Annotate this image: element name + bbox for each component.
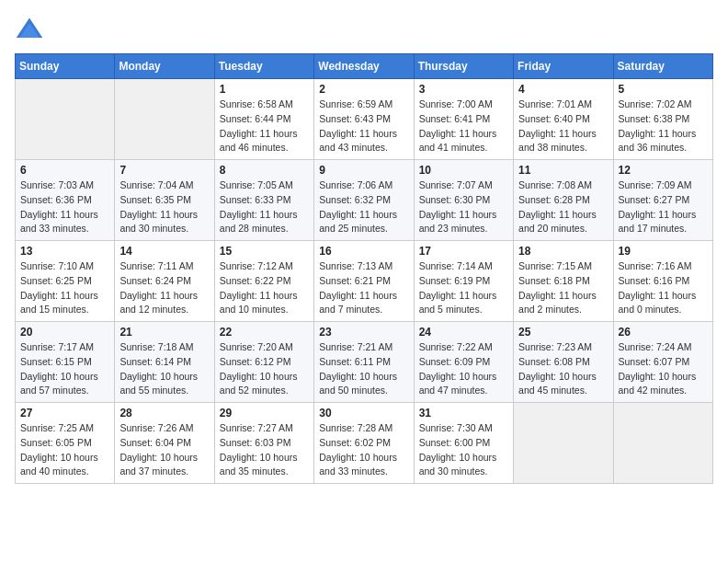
sunrise-info: Sunrise: 6:59 AM xyxy=(319,98,392,109)
calendar-day-cell: 12 Sunrise: 7:09 AM Sunset: 6:27 PM Dayl… xyxy=(613,160,712,241)
calendar-day-cell: 27 Sunrise: 7:25 AM Sunset: 6:05 PM Dayl… xyxy=(16,403,115,484)
daylight-info: Daylight: 11 hours and 15 minutes. xyxy=(20,290,98,316)
sunrise-info: Sunrise: 7:04 AM xyxy=(119,179,193,190)
sunset-info: Sunset: 6:41 PM xyxy=(419,113,491,124)
sunrise-info: Sunrise: 7:14 AM xyxy=(419,260,493,271)
sunset-info: Sunset: 6:35 PM xyxy=(119,194,191,205)
sunrise-info: Sunrise: 7:17 AM xyxy=(20,341,94,352)
day-number: 19 xyxy=(619,245,708,258)
sunset-info: Sunset: 6:12 PM xyxy=(220,356,291,367)
daylight-info: Daylight: 11 hours and 28 minutes. xyxy=(220,209,298,235)
sunset-info: Sunset: 6:22 PM xyxy=(220,275,291,286)
day-number: 22 xyxy=(220,326,309,339)
sunset-info: Sunset: 6:14 PM xyxy=(119,356,191,367)
daylight-info: Daylight: 10 hours and 45 minutes. xyxy=(518,371,597,396)
sunrise-info: Sunrise: 7:23 AM xyxy=(518,341,592,352)
sunrise-info: Sunrise: 7:15 AM xyxy=(518,260,592,271)
sunset-info: Sunset: 6:36 PM xyxy=(20,194,92,205)
sunrise-info: Sunrise: 7:24 AM xyxy=(619,341,692,352)
daylight-info: Daylight: 11 hours and 10 minutes. xyxy=(220,290,298,316)
weekday-header-sunday: Sunday xyxy=(16,54,115,79)
sunrise-info: Sunrise: 7:06 AM xyxy=(319,179,392,190)
calendar-day-cell: 24 Sunrise: 7:22 AM Sunset: 6:09 PM Dayl… xyxy=(414,322,513,403)
sunrise-info: Sunrise: 7:12 AM xyxy=(220,260,293,271)
day-number: 17 xyxy=(419,245,508,258)
sunset-info: Sunset: 6:18 PM xyxy=(518,275,590,286)
day-number: 4 xyxy=(518,83,608,96)
sunrise-info: Sunrise: 7:05 AM xyxy=(220,179,293,190)
sunrise-info: Sunrise: 7:20 AM xyxy=(220,341,293,352)
calendar-day-cell: 8 Sunrise: 7:05 AM Sunset: 6:33 PM Dayli… xyxy=(214,160,313,241)
sunrise-info: Sunrise: 7:26 AM xyxy=(119,422,193,433)
sunset-info: Sunset: 6:25 PM xyxy=(20,275,92,286)
day-number: 28 xyxy=(119,407,209,419)
daylight-info: Daylight: 11 hours and 33 minutes. xyxy=(20,209,98,235)
sunset-info: Sunset: 6:07 PM xyxy=(619,356,690,367)
sunset-info: Sunset: 6:33 PM xyxy=(220,194,291,205)
weekday-header-row: SundayMondayTuesdayWednesdayThursdayFrid… xyxy=(16,54,713,79)
sunrise-info: Sunrise: 7:13 AM xyxy=(319,260,392,271)
day-number: 13 xyxy=(20,245,109,258)
calendar-week-row: 1 Sunrise: 6:58 AM Sunset: 6:44 PM Dayli… xyxy=(16,79,713,160)
logo-icon xyxy=(15,15,44,44)
daylight-info: Daylight: 11 hours and 20 minutes. xyxy=(518,209,597,235)
daylight-info: Daylight: 11 hours and 46 minutes. xyxy=(220,128,298,154)
daylight-info: Daylight: 11 hours and 12 minutes. xyxy=(119,290,198,316)
day-number: 16 xyxy=(319,245,408,258)
calendar-day-cell: 16 Sunrise: 7:13 AM Sunset: 6:21 PM Dayl… xyxy=(314,241,414,322)
calendar-week-row: 20 Sunrise: 7:17 AM Sunset: 6:15 PM Dayl… xyxy=(16,322,713,403)
weekday-header-tuesday: Tuesday xyxy=(214,54,313,79)
sunrise-info: Sunrise: 6:58 AM xyxy=(220,98,293,109)
calendar-day-cell xyxy=(16,79,115,160)
calendar-week-row: 27 Sunrise: 7:25 AM Sunset: 6:05 PM Dayl… xyxy=(16,403,713,484)
daylight-info: Daylight: 10 hours and 33 minutes. xyxy=(319,452,397,477)
day-number: 21 xyxy=(119,326,209,339)
calendar-day-cell: 17 Sunrise: 7:14 AM Sunset: 6:19 PM Dayl… xyxy=(414,241,513,322)
calendar-day-cell xyxy=(115,79,214,160)
day-number: 5 xyxy=(619,83,708,96)
calendar-day-cell: 3 Sunrise: 7:00 AM Sunset: 6:41 PM Dayli… xyxy=(414,79,513,160)
sunset-info: Sunset: 6:11 PM xyxy=(319,356,391,367)
sunset-info: Sunset: 6:43 PM xyxy=(319,113,391,124)
calendar-day-cell: 30 Sunrise: 7:28 AM Sunset: 6:02 PM Dayl… xyxy=(314,403,414,484)
calendar-day-cell xyxy=(514,403,613,484)
sunset-info: Sunset: 6:04 PM xyxy=(119,437,191,448)
sunset-info: Sunset: 6:02 PM xyxy=(319,437,391,448)
daylight-info: Daylight: 11 hours and 25 minutes. xyxy=(319,209,397,235)
day-number: 20 xyxy=(20,326,109,339)
day-number: 6 xyxy=(20,164,109,177)
calendar-day-cell: 7 Sunrise: 7:04 AM Sunset: 6:35 PM Dayli… xyxy=(115,160,214,241)
day-number: 9 xyxy=(319,164,408,177)
sunset-info: Sunset: 6:27 PM xyxy=(619,194,690,205)
daylight-info: Daylight: 10 hours and 55 minutes. xyxy=(119,371,198,396)
daylight-info: Daylight: 11 hours and 30 minutes. xyxy=(119,209,198,235)
day-number: 8 xyxy=(220,164,309,177)
logo xyxy=(15,15,48,44)
day-number: 11 xyxy=(518,164,608,177)
weekday-header-thursday: Thursday xyxy=(414,54,513,79)
day-number: 26 xyxy=(619,326,708,339)
daylight-info: Daylight: 11 hours and 0 minutes. xyxy=(619,290,697,316)
daylight-info: Daylight: 11 hours and 36 minutes. xyxy=(619,128,697,154)
daylight-info: Daylight: 11 hours and 23 minutes. xyxy=(419,209,497,235)
calendar-week-row: 13 Sunrise: 7:10 AM Sunset: 6:25 PM Dayl… xyxy=(16,241,713,322)
sunset-info: Sunset: 6:38 PM xyxy=(619,113,690,124)
day-number: 2 xyxy=(319,83,408,96)
day-number: 29 xyxy=(220,407,309,419)
calendar-day-cell: 2 Sunrise: 6:59 AM Sunset: 6:43 PM Dayli… xyxy=(314,79,414,160)
sunset-info: Sunset: 6:30 PM xyxy=(419,194,491,205)
day-number: 12 xyxy=(619,164,708,177)
sunset-info: Sunset: 6:28 PM xyxy=(518,194,590,205)
daylight-info: Daylight: 10 hours and 47 minutes. xyxy=(419,371,497,396)
daylight-info: Daylight: 10 hours and 50 minutes. xyxy=(319,371,397,396)
calendar-day-cell: 4 Sunrise: 7:01 AM Sunset: 6:40 PM Dayli… xyxy=(514,79,613,160)
sunrise-info: Sunrise: 7:28 AM xyxy=(319,422,392,433)
calendar-day-cell: 18 Sunrise: 7:15 AM Sunset: 6:18 PM Dayl… xyxy=(514,241,613,322)
sunset-info: Sunset: 6:19 PM xyxy=(419,275,491,286)
sunrise-info: Sunrise: 7:08 AM xyxy=(518,179,592,190)
daylight-info: Daylight: 11 hours and 2 minutes. xyxy=(518,290,597,316)
calendar-day-cell: 6 Sunrise: 7:03 AM Sunset: 6:36 PM Dayli… xyxy=(16,160,115,241)
weekday-header-friday: Friday xyxy=(514,54,613,79)
daylight-info: Daylight: 10 hours and 40 minutes. xyxy=(20,452,98,477)
sunset-info: Sunset: 6:03 PM xyxy=(220,437,291,448)
